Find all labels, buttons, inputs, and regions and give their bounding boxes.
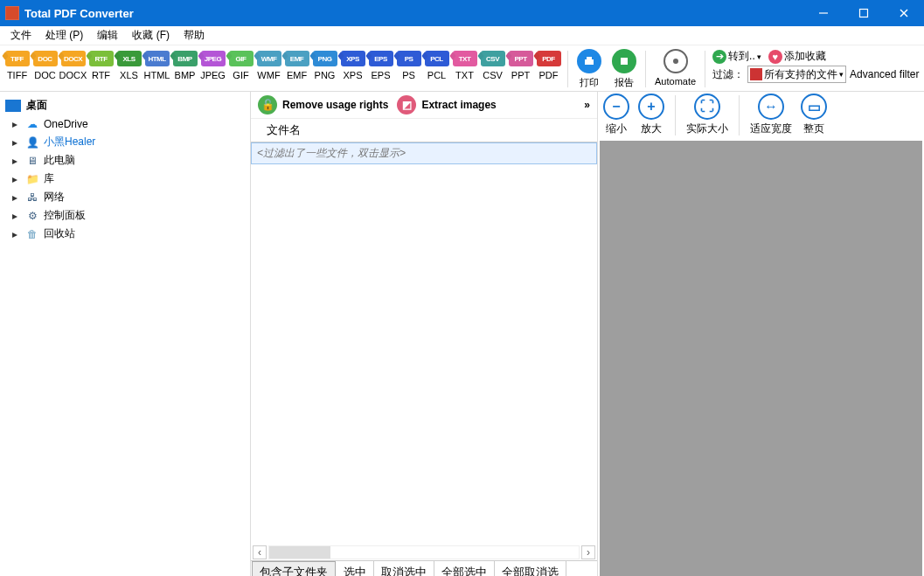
- format-ps-button[interactable]: PSPS: [395, 51, 422, 80]
- scroll-left-button[interactable]: ‹: [253, 545, 267, 559]
- view-icon: ⛶: [694, 94, 720, 120]
- format-tiff-button[interactable]: TIFFTIFF: [3, 51, 31, 80]
- format-bmp-button[interactable]: BMPBMP: [171, 51, 198, 80]
- format-badge-icon: EPS: [369, 51, 393, 66]
- tree-root[interactable]: 桌面: [2, 95, 248, 115]
- format-badge-icon: PCL: [425, 51, 449, 66]
- tree-node[interactable]: ▸⚙控制面板: [2, 206, 248, 225]
- format-txt-button[interactable]: TXTTXT: [451, 51, 478, 80]
- format-jpeg-button[interactable]: JPEGJPEG: [199, 51, 226, 80]
- expand-icon[interactable]: ▸: [12, 210, 21, 222]
- expand-icon[interactable]: ▸: [12, 228, 21, 240]
- view-toolbar: −缩小+放大⛶实际大小↔适应宽度▭整页: [598, 92, 924, 139]
- selection-action[interactable]: 包含子文件夹: [252, 561, 336, 576]
- format-csv-button[interactable]: CSVCSV: [479, 51, 506, 80]
- toolbar: TIFFTIFFDOCDOCDOCXDOCXRTFRTFXLSXLSHTMLHT…: [0, 45, 924, 92]
- view-fitwidth-button[interactable]: ↔适应宽度: [748, 94, 794, 136]
- close-button[interactable]: [884, 0, 924, 26]
- report-button[interactable]: 报告: [607, 49, 642, 89]
- format-badge-icon: DOCX: [61, 51, 86, 66]
- format-badge-icon: PNG: [313, 51, 337, 66]
- format-badge-icon: PS: [397, 51, 421, 66]
- print-button[interactable]: 打印: [572, 49, 607, 89]
- format-ppt-button[interactable]: PPTPPT: [507, 51, 534, 80]
- file-list-panel: 🔓Remove usage rights ◩Extract images » 文…: [251, 92, 598, 576]
- tree-node[interactable]: ▸🖧网络: [2, 188, 248, 206]
- format-wmf-button[interactable]: WMFWMF: [255, 51, 282, 80]
- menu-item[interactable]: 帮助: [177, 26, 212, 45]
- expand-icon[interactable]: ▸: [12, 191, 21, 204]
- title-bar: Total PDF Converter: [0, 0, 924, 26]
- tree-node[interactable]: ▸☁OneDrive: [2, 115, 248, 133]
- format-badge-icon: EMF: [285, 51, 309, 66]
- expand-icon[interactable]: ▸: [12, 173, 21, 185]
- net-icon: 🖧: [24, 191, 40, 205]
- expand-icon[interactable]: ▸: [12, 155, 21, 167]
- desktop-icon: [5, 100, 21, 112]
- format-badge-icon: HTML: [145, 51, 170, 66]
- format-rtf-button[interactable]: RTFRTF: [87, 51, 115, 80]
- format-badge-icon: PPT: [509, 51, 533, 66]
- svg-rect-5: [587, 57, 592, 60]
- remove-usage-rights-button[interactable]: 🔓Remove usage rights: [258, 95, 388, 115]
- menu-item[interactable]: 编辑: [90, 26, 125, 45]
- format-docx-button[interactable]: DOCXDOCX: [59, 51, 87, 80]
- goto-button[interactable]: ➔转到..▾: [712, 49, 761, 64]
- format-buttons: TIFFTIFFDOCDOCDOCXDOCXRTFRTFXLSXLSHTMLHT…: [2, 49, 564, 82]
- selection-action[interactable]: 选中: [337, 561, 374, 576]
- more-actions-button[interactable]: »: [584, 99, 590, 111]
- panel-icon: ⚙: [24, 209, 40, 223]
- column-header-filename[interactable]: 文件名: [251, 119, 597, 142]
- maximize-button[interactable]: [844, 0, 884, 26]
- expand-icon[interactable]: ▸: [12, 136, 21, 149]
- format-gif-button[interactable]: GIFGIF: [227, 51, 254, 80]
- tree-node[interactable]: ▸👤小黑Healer: [2, 133, 248, 151]
- view-zoomin-button[interactable]: +放大: [636, 94, 666, 136]
- horizontal-scrollbar[interactable]: ‹ ›: [251, 545, 597, 560]
- menu-item[interactable]: 收藏 (F): [125, 26, 177, 45]
- advanced-filter-link[interactable]: Advanced filter: [850, 68, 919, 80]
- image-icon: ◩: [397, 95, 416, 115]
- unlock-icon: 🔓: [258, 95, 277, 115]
- format-pcl-button[interactable]: PCLPCL: [423, 51, 450, 80]
- format-html-button[interactable]: HTMLHTML: [143, 51, 170, 80]
- format-badge-icon: TXT: [453, 51, 477, 66]
- expand-icon[interactable]: ▸: [12, 118, 21, 130]
- selection-action[interactable]: 全部选中: [434, 561, 495, 576]
- menu-item[interactable]: 文件: [3, 26, 38, 45]
- format-badge-icon: XLS: [117, 51, 142, 66]
- automate-button[interactable]: Automate: [650, 49, 701, 87]
- format-png-button[interactable]: PNGPNG: [311, 51, 338, 80]
- extract-images-button[interactable]: ◩Extract images: [397, 95, 496, 115]
- minimize-button[interactable]: [803, 0, 844, 26]
- selection-action[interactable]: 取消选中: [374, 561, 434, 576]
- file-list[interactable]: <过滤出了一些文件，双击显示>: [251, 142, 597, 545]
- scroll-thumb[interactable]: [269, 546, 330, 559]
- tree-node[interactable]: ▸📁库: [2, 170, 248, 188]
- filter-label: 过滤：: [712, 67, 744, 82]
- format-badge-icon: RTF: [89, 51, 114, 66]
- view-actual-button[interactable]: ⛶实际大小: [684, 94, 730, 136]
- filter-hint-row[interactable]: <过滤出了一些文件，双击显示>: [251, 142, 597, 164]
- view-icon: −: [603, 94, 629, 120]
- view-zoomout-button[interactable]: −缩小: [601, 94, 631, 136]
- menu-item[interactable]: 处理 (P): [38, 26, 90, 45]
- folder-tree[interactable]: 桌面 ▸☁OneDrive▸👤小黑Healer▸🖥此电脑▸📁库▸🖧网络▸⚙控制面…: [0, 92, 251, 576]
- format-xls-button[interactable]: XLSXLS: [115, 51, 142, 80]
- format-emf-button[interactable]: EMFEMF: [283, 51, 310, 80]
- view-fitpage-button[interactable]: ▭整页: [799, 94, 829, 136]
- menu-bar: 文件处理 (P)编辑收藏 (F)帮助: [0, 26, 924, 45]
- filter-combo[interactable]: 所有支持的文件▾: [747, 66, 846, 83]
- tree-node[interactable]: ▸🖥此电脑: [2, 151, 248, 170]
- selection-action[interactable]: 全部取消选: [495, 561, 566, 576]
- preview-panel: −缩小+放大⛶实际大小↔适应宽度▭整页: [598, 92, 924, 576]
- add-favorite-button[interactable]: ♥添加收藏: [768, 49, 826, 64]
- format-badge-icon: DOC: [33, 51, 58, 66]
- format-xps-button[interactable]: XPSXPS: [339, 51, 366, 80]
- format-eps-button[interactable]: EPSEPS: [367, 51, 394, 80]
- scroll-right-button[interactable]: ›: [581, 545, 595, 559]
- format-pdf-button[interactable]: PDFPDF: [535, 51, 562, 80]
- tree-node[interactable]: ▸🗑回收站: [2, 225, 248, 243]
- format-doc-button[interactable]: DOCDOC: [31, 51, 59, 80]
- separator: [567, 51, 568, 87]
